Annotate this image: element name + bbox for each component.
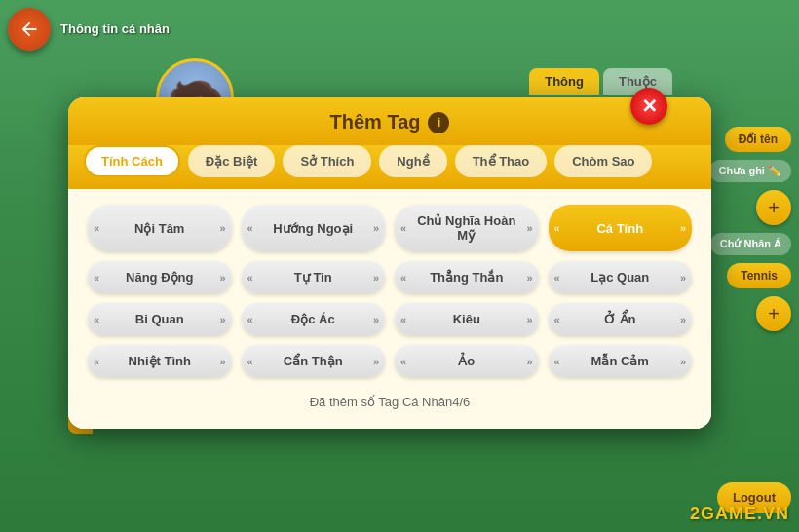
- tag-label: Nhiệt Tình: [102, 354, 216, 368]
- tag-pill[interactable]: «Lạc Quan»: [549, 261, 693, 293]
- tag-right-arrow: »: [680, 314, 686, 325]
- back-button[interactable]: [8, 8, 51, 51]
- info-icon[interactable]: i: [428, 112, 449, 133]
- tag-label: Chủ Nghĩa Hoàn Mỹ: [409, 213, 523, 243]
- rename-button[interactable]: Đổi tên: [725, 127, 791, 152]
- tab-nghe[interactable]: Nghề: [379, 145, 446, 177]
- tag-label: Cẩn Thận: [256, 354, 370, 368]
- tag-right-arrow: »: [219, 272, 225, 284]
- tab-chom-sao[interactable]: Chòm Sao: [554, 145, 652, 177]
- tag-pill[interactable]: «Kiêu»: [395, 303, 539, 335]
- tag-left-arrow: «: [94, 222, 99, 234]
- tag-label: Nội Tâm: [102, 221, 216, 236]
- tag-left-arrow: «: [400, 222, 406, 234]
- tag-grid: «Nội Tâm»«Hướng Ngoại»«Chủ Nghĩa Hoàn Mỹ…: [88, 205, 692, 377]
- tag-label: Cá Tính: [563, 221, 677, 236]
- tag-label: Lạc Quan: [563, 270, 677, 285]
- tag-left-arrow: «: [94, 272, 99, 284]
- tag-pill[interactable]: «Bi Quan»: [88, 303, 232, 335]
- tag-label: Độc Ác: [256, 312, 370, 326]
- note-text: Chưa ghi: [719, 165, 765, 176]
- status-bar: Đã thêm số Tag Cá Nhân4/6: [88, 391, 692, 409]
- tag-left-arrow: «: [400, 314, 406, 325]
- modal-header: Thêm Tag i: [68, 97, 711, 145]
- add-tag-modal: Thêm Tag i Tính Cách Đặc Biệt Sở Thích N…: [68, 97, 711, 429]
- side-text-label: Chứ Nhân Á: [720, 238, 781, 249]
- side-text-1: Chứ Nhân Á: [710, 233, 791, 255]
- tag-right-arrow: »: [526, 222, 532, 234]
- watermark: 2GAME.VN: [690, 504, 789, 524]
- tag-left-arrow: «: [247, 222, 253, 234]
- top-bar: Thông tin cá nhân: [0, 0, 799, 58]
- tennis-label: Tennis: [727, 263, 791, 288]
- tag-pill[interactable]: «Cẩn Thận»: [242, 345, 386, 377]
- tag-left-arrow: «: [400, 356, 406, 367]
- tag-pill[interactable]: «Thẳng Thắn»: [395, 261, 539, 293]
- tag-label: Kiêu: [409, 312, 523, 326]
- tag-label: Tự Tin: [256, 270, 370, 285]
- tag-right-arrow: »: [680, 356, 686, 367]
- add-button-2[interactable]: +: [756, 296, 791, 331]
- tag-pill[interactable]: «Tự Tin»: [242, 261, 386, 293]
- tag-left-arrow: «: [400, 272, 406, 284]
- note-label: Chưa ghi ✏️: [709, 160, 791, 182]
- tag-right-arrow: »: [373, 222, 379, 234]
- tab-so-thich[interactable]: Sở Thích: [283, 145, 371, 177]
- tab-thong[interactable]: Thông: [529, 68, 599, 95]
- tag-left-arrow: «: [94, 356, 99, 367]
- tag-left-arrow: «: [94, 314, 99, 325]
- tag-right-arrow: »: [373, 272, 379, 284]
- tab-the-thao[interactable]: Thể Thao: [455, 145, 548, 177]
- tag-pill[interactable]: «Năng Động»: [88, 261, 232, 293]
- tag-pill[interactable]: «Độc Ác»: [242, 303, 386, 335]
- profile-info-label: Thông tin cá nhân: [60, 21, 170, 38]
- tag-right-arrow: »: [680, 272, 686, 284]
- tag-pill[interactable]: «Mẫn Cảm»: [549, 345, 693, 377]
- tag-right-arrow: »: [373, 314, 379, 325]
- tag-right-arrow: »: [526, 356, 532, 367]
- back-icon: [19, 19, 40, 40]
- tag-label: Hướng Ngoại: [256, 221, 370, 236]
- tag-label: Ở Ẩn: [563, 312, 677, 326]
- tag-left-arrow: «: [554, 272, 560, 284]
- tag-pill[interactable]: «Hướng Ngoại»: [242, 205, 386, 251]
- modal-body: «Nội Tâm»«Hướng Ngoại»«Chủ Nghĩa Hoàn Mỹ…: [68, 189, 711, 429]
- tag-pill[interactable]: «Cá Tính»: [549, 205, 693, 251]
- tag-right-arrow: »: [680, 222, 686, 234]
- tag-right-arrow: »: [219, 222, 225, 234]
- tag-label: Ảo: [409, 354, 523, 368]
- tag-label: Thẳng Thắn: [409, 270, 523, 285]
- tag-tab-bar: Tính Cách Đặc Biệt Sở Thích Nghề Thể Tha…: [68, 145, 711, 189]
- tag-left-arrow: «: [247, 356, 253, 367]
- tag-pill[interactable]: «Ở Ẩn»: [549, 303, 693, 335]
- tag-left-arrow: «: [247, 314, 253, 325]
- tag-left-arrow: «: [554, 314, 560, 325]
- tag-pill[interactable]: «Nội Tâm»: [88, 205, 232, 251]
- add-button-1[interactable]: +: [756, 190, 791, 225]
- tag-right-arrow: »: [219, 356, 225, 367]
- tag-pill[interactable]: «Ảo»: [395, 345, 539, 377]
- tag-left-arrow: «: [247, 272, 253, 284]
- pencil-icon: ✏️: [768, 165, 781, 176]
- tag-left-arrow: «: [554, 222, 560, 234]
- tag-left-arrow: «: [554, 356, 560, 367]
- close-icon: ✕: [641, 95, 658, 118]
- tag-pill[interactable]: «Nhiệt Tình»: [88, 345, 232, 377]
- tab-dac-biet[interactable]: Đặc Biệt: [188, 145, 276, 177]
- tag-pill[interactable]: «Chủ Nghĩa Hoàn Mỹ»: [395, 205, 539, 251]
- tag-label: Bi Quan: [102, 312, 216, 326]
- tag-right-arrow: »: [526, 314, 532, 325]
- tag-label: Mẫn Cảm: [563, 354, 677, 368]
- modal-title: Thêm Tag: [330, 111, 421, 133]
- tag-right-arrow: »: [373, 356, 379, 367]
- tag-label: Năng Động: [102, 270, 216, 285]
- tab-tinh-cach[interactable]: Tính Cách: [84, 145, 180, 177]
- close-button[interactable]: ✕: [630, 88, 667, 125]
- tag-right-arrow: »: [526, 272, 532, 284]
- tag-right-arrow: »: [219, 314, 225, 325]
